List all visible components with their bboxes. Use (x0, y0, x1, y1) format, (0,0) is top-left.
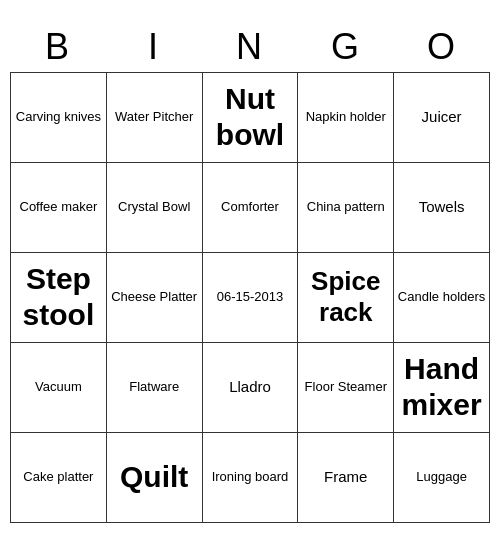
cell-r0-c1: Water Pitcher (106, 72, 202, 162)
cell-r3-c1: Flatware (106, 342, 202, 432)
cell-r4-c0: Cake platter (11, 432, 107, 522)
header-n: N (202, 22, 298, 72)
header-o: O (394, 22, 490, 72)
cell-r1-c1: Crystal Bowl (106, 162, 202, 252)
cell-r3-c0: Vacuum (11, 342, 107, 432)
cell-r2-c0: Step stool (11, 252, 107, 342)
header-i: I (106, 22, 202, 72)
cell-r2-c2: 06-15-2013 (202, 252, 298, 342)
bingo-header: B I N G O (10, 22, 490, 72)
cell-r2-c4: Candle holders (394, 252, 490, 342)
cell-r1-c3: China pattern (298, 162, 394, 252)
cell-r4-c3: Frame (298, 432, 394, 522)
cell-r1-c0: Coffee maker (11, 162, 107, 252)
cell-r3-c3: Floor Steamer (298, 342, 394, 432)
bingo-grid: Carving knivesWater PitcherNut bowlNapki… (10, 72, 490, 523)
cell-r4-c4: Luggage (394, 432, 490, 522)
cell-r2-c3: Spice rack (298, 252, 394, 342)
cell-r3-c4: Hand mixer (394, 342, 490, 432)
cell-r0-c3: Napkin holder (298, 72, 394, 162)
cell-r0-c4: Juicer (394, 72, 490, 162)
header-b: B (10, 22, 106, 72)
cell-r1-c2: Comforter (202, 162, 298, 252)
header-g: G (298, 22, 394, 72)
cell-r4-c1: Quilt (106, 432, 202, 522)
cell-r2-c1: Cheese Platter (106, 252, 202, 342)
cell-r1-c4: Towels (394, 162, 490, 252)
cell-r3-c2: Lladro (202, 342, 298, 432)
cell-r0-c0: Carving knives (11, 72, 107, 162)
cell-r4-c2: Ironing board (202, 432, 298, 522)
cell-r0-c2: Nut bowl (202, 72, 298, 162)
